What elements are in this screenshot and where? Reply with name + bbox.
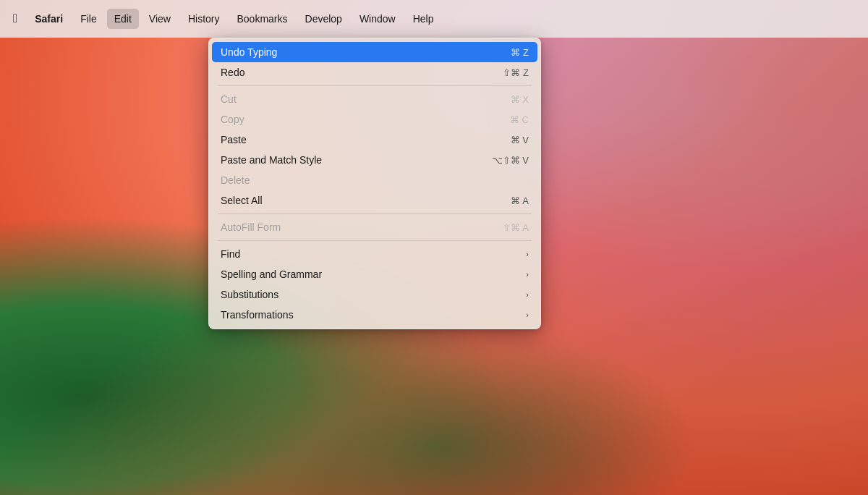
spelling-submenu-chevron: › bbox=[526, 270, 529, 279]
menu-item-undo-typing[interactable]: Undo Typing ⌘ Z bbox=[212, 42, 537, 62]
menu-item-copy-label: Copy bbox=[221, 114, 244, 125]
menu-item-redo-shortcut: ⇧⌘ Z bbox=[503, 67, 529, 78]
menubar-view[interactable]: View bbox=[142, 9, 178, 29]
menubar-bookmarks[interactable]: Bookmarks bbox=[229, 9, 294, 29]
menu-item-paste-match-style[interactable]: Paste and Match Style ⌥⇧⌘ V bbox=[209, 150, 540, 170]
menu-item-autofill-form-label: AutoFill Form bbox=[221, 221, 281, 233]
menu-item-cut-label: Cut bbox=[221, 93, 237, 105]
menu-item-paste-match-style-shortcut: ⌥⇧⌘ V bbox=[492, 155, 529, 166]
menu-item-substitutions-label: Substitutions bbox=[221, 289, 278, 300]
menu-item-redo[interactable]: Redo ⇧⌘ Z bbox=[209, 62, 540, 82]
transformations-submenu-chevron: › bbox=[526, 310, 529, 319]
menu-item-paste[interactable]: Paste ⌘ V bbox=[209, 130, 540, 150]
menu-item-undo-typing-shortcut: ⌘ Z bbox=[511, 47, 529, 58]
menubar-window[interactable]: Window bbox=[352, 9, 403, 29]
menu-item-select-all[interactable]: Select All ⌘ A bbox=[209, 190, 540, 211]
menubar-safari[interactable]: Safari bbox=[27, 9, 70, 29]
menu-item-select-all-label: Select All bbox=[221, 195, 263, 206]
edit-dropdown-menu: Undo Typing ⌘ Z Redo ⇧⌘ Z Cut ⌘ X Copy ⌘… bbox=[208, 38, 541, 329]
menu-item-cut[interactable]: Cut ⌘ X bbox=[209, 89, 540, 109]
substitutions-submenu-chevron: › bbox=[526, 290, 529, 299]
menu-item-paste-match-style-label: Paste and Match Style bbox=[221, 154, 322, 166]
menu-item-paste-shortcut: ⌘ V bbox=[511, 135, 529, 145]
menu-item-find-label: Find bbox=[221, 248, 240, 260]
menu-item-copy[interactable]: Copy ⌘ C bbox=[209, 109, 540, 130]
menu-item-redo-label: Redo bbox=[221, 67, 244, 78]
menu-item-find[interactable]: Find › bbox=[209, 244, 540, 264]
menubar-edit[interactable]: Edit bbox=[107, 9, 139, 29]
menu-item-spelling-grammar-label: Spelling and Grammar bbox=[221, 268, 322, 280]
menu-item-transformations-label: Transformations bbox=[221, 309, 294, 321]
menubar:  Safari File Edit View History Bookmark… bbox=[0, 0, 868, 38]
menu-item-delete-label: Delete bbox=[221, 174, 250, 186]
menu-item-autofill-form-shortcut: ⇧⌘ A bbox=[503, 222, 529, 233]
separator-3 bbox=[218, 240, 532, 241]
menu-item-substitutions[interactable]: Substitutions › bbox=[209, 284, 540, 305]
menu-item-select-all-shortcut: ⌘ A bbox=[511, 195, 529, 206]
separator-2 bbox=[218, 213, 532, 214]
menu-item-delete[interactable]: Delete bbox=[209, 170, 540, 190]
menu-item-undo-typing-label: Undo Typing bbox=[221, 46, 277, 58]
find-submenu-chevron: › bbox=[526, 250, 529, 258]
menu-item-cut-shortcut: ⌘ X bbox=[511, 94, 529, 105]
menu-item-spelling-grammar[interactable]: Spelling and Grammar › bbox=[209, 264, 540, 284]
menu-item-autofill-form[interactable]: AutoFill Form ⇧⌘ A bbox=[209, 217, 540, 237]
menu-item-transformations[interactable]: Transformations › bbox=[209, 305, 540, 325]
apple-menu[interactable]:  bbox=[6, 9, 25, 29]
separator-1 bbox=[218, 85, 532, 86]
menubar-help[interactable]: Help bbox=[406, 9, 441, 29]
menubar-history[interactable]: History bbox=[181, 9, 227, 29]
menu-item-paste-label: Paste bbox=[221, 134, 247, 145]
menubar-file[interactable]: File bbox=[73, 9, 104, 29]
menu-item-copy-shortcut: ⌘ C bbox=[510, 114, 529, 125]
menubar-develop[interactable]: Develop bbox=[298, 9, 349, 29]
